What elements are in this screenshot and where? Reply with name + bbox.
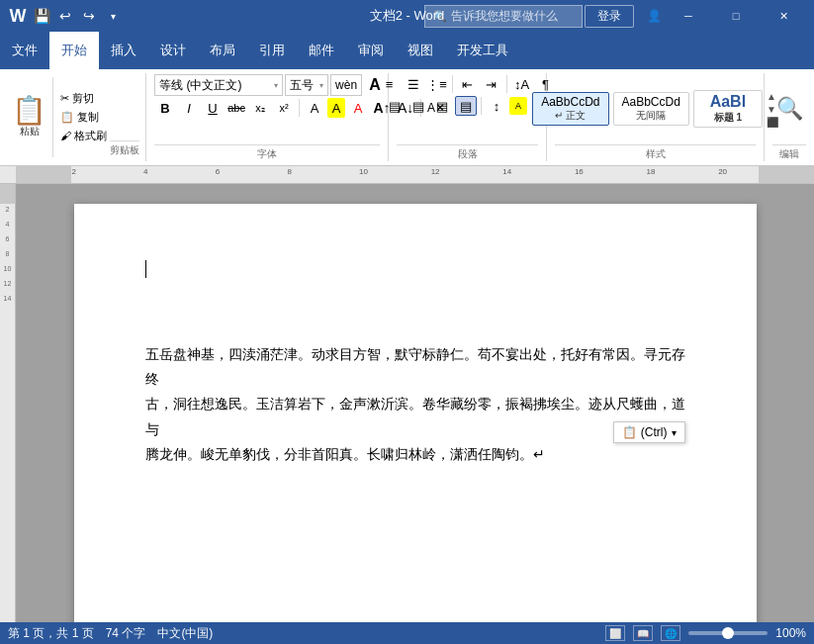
ruler-mark-8: 10 xyxy=(359,167,368,176)
page-content[interactable]: 五岳盘神基，四渎涌茫津。动求目方智，默守标静仁。苟不宴出处，托好有常因。寻元存终… xyxy=(145,342,685,467)
highlight-button[interactable]: A xyxy=(327,98,345,118)
ruler-mark-12: 14 xyxy=(502,167,511,176)
maximize-button[interactable]: □ xyxy=(713,0,759,32)
editing-group: 🔍 编辑 xyxy=(765,73,814,161)
login-button[interactable]: 登录 xyxy=(585,5,634,28)
undo-button[interactable]: ↩ xyxy=(55,6,75,26)
style-no-spacing[interactable]: AaBbCcDd 无间隔 xyxy=(613,92,689,126)
v-ruler-body: 2 4 6 8 10 12 14 xyxy=(0,206,15,302)
text-line1: 五岳盘神基，四渎涌茫津。动求目方智，默守标静仁。苟不宴出处，托好有常因。寻元存终 xyxy=(145,342,685,392)
zoom-level: 100% xyxy=(775,626,806,640)
align-center-button[interactable]: ▤ xyxy=(407,96,429,116)
zoom-slider[interactable] xyxy=(688,631,768,635)
customize-qat-button[interactable]: ▾ xyxy=(103,6,123,26)
vertical-ruler: 2 4 6 8 10 12 14 xyxy=(0,184,16,622)
minimize-button[interactable]: ─ xyxy=(666,0,711,32)
font-size-dropdown[interactable]: 五号 ▾ xyxy=(285,74,328,96)
align-left-button[interactable]: ▤ xyxy=(384,96,406,116)
status-left: 第 1 页，共 1 页 74 个字 中文(中国) xyxy=(8,625,213,642)
editor-wrapper: 2 4 6 8 10 12 14 五岳盘神基，四渎涌茫津。动求 xyxy=(0,184,814,622)
paragraph-label: 段落 xyxy=(397,144,538,161)
ruler-track[interactable]: 2 4 6 8 10 12 14 16 18 20 xyxy=(16,166,814,183)
font-color-button[interactable]: A xyxy=(304,98,325,118)
menu-insert[interactable]: 插入 xyxy=(99,32,148,69)
clipboard-group: 📋 粘贴 ✂ ✂ 剪切剪切 📋 复制 🖌 格式刷 剪贴板 xyxy=(0,73,146,161)
cut-button[interactable]: ✂ ✂ 剪切剪切 xyxy=(57,90,110,107)
close-button[interactable]: ✕ xyxy=(761,0,806,32)
document-area[interactable]: 五岳盘神基，四渎涌茫津。动求目方智，默守标静仁。苟不宴出处，托好有常因。寻元存终… xyxy=(16,184,814,622)
search-editing-icon[interactable]: 🔍 xyxy=(776,96,803,122)
redo-button[interactable]: ↪ xyxy=(79,6,99,26)
bullets-button[interactable]: ≡ xyxy=(379,74,401,94)
menu-review[interactable]: 审阅 xyxy=(346,32,396,69)
paste-popup-arrow: ▾ xyxy=(672,427,677,438)
subscript-button[interactable]: x₂ xyxy=(249,98,271,118)
menu-design[interactable]: 设计 xyxy=(148,32,198,69)
page: 五岳盘神基，四渎涌茫津。动求目方智，默守标静仁。苟不宴出处，托好有常因。寻元存终… xyxy=(74,204,757,622)
clipboard-label: 剪贴板 xyxy=(110,140,139,157)
paste-popup-icon: 📋 xyxy=(622,425,637,439)
wen-button[interactable]: wèn xyxy=(330,74,362,96)
font-name-dropdown[interactable]: 等线 (中文正文) ▾ xyxy=(154,74,283,96)
style-heading1[interactable]: AaBl 标题 1 xyxy=(693,90,763,128)
clipboard-small-buttons: ✂ ✂ 剪切剪切 📋 复制 🖌 格式刷 xyxy=(57,77,110,157)
window-title: 文档2 - Word xyxy=(370,7,445,25)
menu-layout[interactable]: 布局 xyxy=(198,32,247,69)
font-label: 字体 xyxy=(154,144,380,161)
save-button[interactable]: 💾 xyxy=(32,6,51,26)
justify-button[interactable]: ▤ xyxy=(455,96,477,116)
paste-label: 粘贴 xyxy=(20,125,40,138)
web-layout-button[interactable]: 🌐 xyxy=(661,625,680,641)
style-normal[interactable]: AaBbCcDd ↵ 正文 xyxy=(532,92,608,126)
menu-developer[interactable]: 开发工具 xyxy=(445,32,520,69)
copy-button[interactable]: 📋 复制 xyxy=(57,109,110,126)
bold-button[interactable]: B xyxy=(154,98,176,118)
ruler-mark-0: 2 xyxy=(71,167,75,176)
menu-view[interactable]: 视图 xyxy=(396,32,445,69)
user-icon[interactable]: 👤 xyxy=(644,9,664,23)
styles-group: AaBbCcDd ↵ 正文 AaBbCcDd 无间隔 AaBl 标题 1 ▲ ▼ xyxy=(547,73,765,161)
line-spacing-button[interactable]: ↕ xyxy=(486,96,507,116)
styles-label: 样式 xyxy=(555,144,756,161)
sort-button[interactable]: ↕A xyxy=(511,74,533,94)
numbering-button[interactable]: ☰ xyxy=(403,74,424,94)
divider xyxy=(299,99,300,117)
format-painter-button[interactable]: 🖌 格式刷 xyxy=(57,128,110,144)
editing-label: 编辑 xyxy=(772,144,806,161)
font-color-a-button[interactable]: A xyxy=(347,98,369,118)
strikethrough-button[interactable]: abc xyxy=(226,98,247,118)
menu-mailings[interactable]: 邮件 xyxy=(297,32,346,69)
menu-references[interactable]: 引用 xyxy=(247,32,297,69)
language: 中文(中国) xyxy=(157,625,213,642)
ruler-mark-6: 8 xyxy=(287,167,291,176)
italic-button[interactable]: I xyxy=(178,98,200,118)
paste-popup[interactable]: 📋 (Ctrl) ▾ xyxy=(613,421,685,443)
multilevel-button[interactable]: ⋮≡ xyxy=(426,74,448,94)
title-bar-left: W 💾 ↩ ↪ ▾ xyxy=(8,6,123,26)
decrease-indent-button[interactable]: ⇤ xyxy=(457,74,479,94)
ruler-mark-14: 16 xyxy=(575,167,584,176)
read-mode-button[interactable]: 📖 xyxy=(633,625,653,641)
status-right: ⬜ 📖 🌐 100% xyxy=(605,625,806,641)
menu-file[interactable]: 文件 xyxy=(0,32,49,69)
text-line3: 腾龙伸。峻无单豹伐，分非首阳真。长啸归林岭，潇洒任陶钧。↵ xyxy=(145,442,685,467)
align-right-button[interactable]: ▤ xyxy=(431,96,453,116)
increase-indent-button[interactable]: ⇥ xyxy=(481,74,502,94)
font-size-value: 五号 xyxy=(290,77,314,94)
underline-button[interactable]: U xyxy=(202,98,224,118)
paste-button[interactable]: 📋 粘贴 xyxy=(6,77,53,157)
ruler-mark-18: 20 xyxy=(718,167,727,176)
ruler: 2 4 6 8 10 12 14 16 18 20 xyxy=(0,166,814,184)
page-count: 第 1 页，共 1 页 xyxy=(8,625,94,642)
menu-home[interactable]: 开始 xyxy=(49,32,99,69)
word-icon: W xyxy=(8,6,28,26)
para-divider1 xyxy=(452,75,453,93)
ruler-mark-16: 18 xyxy=(647,167,656,176)
cursor xyxy=(145,260,146,278)
print-layout-button[interactable]: ⬜ xyxy=(605,625,625,641)
tell-me-search[interactable]: 🔍 告诉我您想要做什么 xyxy=(424,5,583,28)
superscript-button[interactable]: x² xyxy=(273,98,295,118)
paste-icon: 📋 xyxy=(12,97,46,125)
shading-button[interactable]: A xyxy=(509,97,527,115)
status-bar: 第 1 页，共 1 页 74 个字 中文(中国) ⬜ 📖 🌐 100% xyxy=(0,622,814,644)
